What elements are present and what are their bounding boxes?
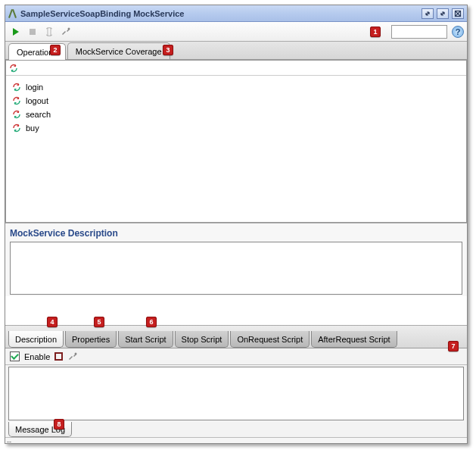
cursor-icon[interactable]: [42, 24, 57, 39]
description-textarea[interactable]: [10, 242, 462, 295]
main-toolbar: ?: [5, 22, 467, 42]
annotation-marker-7: 7: [448, 341, 459, 351]
main-content: Operations MockService Coverage login: [5, 42, 467, 443]
operation-icon: [12, 110, 21, 119]
log-tab-bar: Message Log: [5, 420, 467, 437]
log-textarea[interactable]: [8, 367, 464, 420]
log-options-icon[interactable]: [67, 351, 78, 362]
annotation-marker-1: 1: [370, 27, 381, 37]
svg-point-2: [68, 27, 70, 30]
log-panel: Enable Message Log: [5, 348, 467, 437]
help-button[interactable]: ?: [452, 26, 464, 38]
detail-tab-afterrequest-script[interactable]: AfterRequest Script: [311, 331, 397, 348]
window-title: SampleServiceSoapBinding MockService: [20, 9, 422, 18]
detail-tab-label: Description: [15, 335, 57, 344]
svg-point-3: [75, 352, 77, 355]
footer-strip: --: [5, 437, 467, 443]
description-title: MockService Description: [10, 228, 462, 239]
operation-item-login[interactable]: login: [6, 80, 466, 94]
log-toolbar: Enable: [5, 348, 467, 365]
detail-tab-label: AfterRequest Script: [318, 335, 390, 344]
app-icon: [8, 8, 17, 19]
detail-tab-description[interactable]: Description: [8, 331, 64, 348]
operations-list: login logout search buy: [6, 76, 466, 222]
operation-label: logout: [26, 96, 48, 105]
detail-tab-bar: Description Properties Start Script Stop…: [5, 325, 467, 348]
detail-tab-start-script[interactable]: Start Script: [118, 331, 173, 348]
description-section: MockService Description: [5, 223, 467, 296]
annotation-marker-5: 5: [94, 317, 104, 327]
top-tab-bar: Operations MockService Coverage: [5, 42, 467, 60]
operation-label: search: [26, 110, 51, 119]
minimize-button[interactable]: [422, 8, 434, 19]
detail-tab-properties[interactable]: Properties: [65, 331, 117, 348]
detail-tab-label: Properties: [72, 335, 110, 344]
title-controls: [422, 8, 464, 19]
annotation-marker-8: 8: [54, 419, 64, 430]
run-button[interactable]: [8, 24, 23, 39]
operations-toolbar: [6, 61, 466, 76]
operation-item-logout[interactable]: logout: [6, 94, 466, 108]
operation-icon: [12, 96, 21, 105]
detail-tab-onrequest-script[interactable]: OnRequest Script: [230, 331, 310, 348]
detail-tab-label: OnRequest Script: [237, 335, 303, 344]
search-input[interactable]: [391, 25, 447, 39]
enable-label: Enable: [24, 352, 50, 361]
stop-button[interactable]: [25, 24, 40, 39]
operation-item-search[interactable]: search: [6, 108, 466, 121]
annotation-marker-3: 3: [163, 45, 173, 55]
options-button[interactable]: [58, 24, 73, 39]
annotation-marker-4: 4: [47, 317, 58, 327]
tab-mockservice-coverage[interactable]: MockService Coverage: [67, 42, 170, 59]
enable-checkbox[interactable]: [10, 351, 20, 361]
annotation-marker-6: 6: [146, 317, 157, 327]
operation-icon: [12, 123, 21, 133]
maximize-button[interactable]: [437, 8, 449, 19]
operation-icon: [12, 83, 21, 92]
close-button[interactable]: [452, 8, 464, 19]
operations-panel: login logout search buy: [5, 60, 467, 223]
tab-label: MockService Coverage: [76, 47, 162, 56]
operation-item-buy[interactable]: buy: [6, 121, 466, 135]
detail-tab-label: Stop Script: [182, 335, 222, 344]
mockservice-window: SampleServiceSoapBinding MockService: [5, 5, 468, 444]
operation-label: buy: [26, 123, 39, 133]
title-bar: SampleServiceSoapBinding MockService: [5, 5, 467, 22]
operation-label: login: [26, 83, 43, 92]
detail-tab-stop-script[interactable]: Stop Script: [175, 331, 229, 348]
svg-rect-1: [30, 29, 36, 35]
refresh-icon[interactable]: [9, 64, 18, 73]
annotation-marker-2: 2: [50, 45, 61, 55]
detail-tab-label: Start Script: [125, 335, 166, 344]
clear-log-icon[interactable]: [54, 352, 63, 361]
